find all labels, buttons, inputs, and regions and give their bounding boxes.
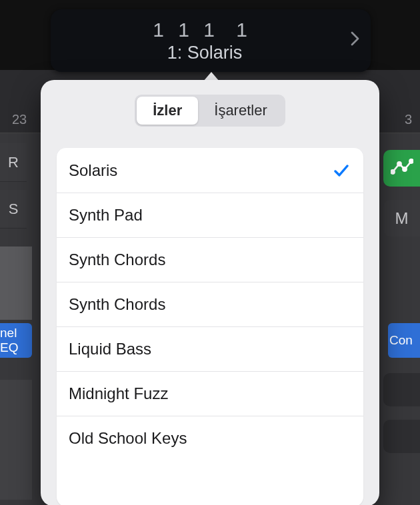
track-name: Liquid Bass bbox=[69, 340, 151, 358]
track-header[interactable] bbox=[0, 247, 32, 320]
track-name: Old School Keys bbox=[69, 429, 187, 448]
track-name: Synth Pad bbox=[69, 206, 143, 225]
lcd-display[interactable]: 1111 1: Solaris bbox=[51, 9, 371, 72]
svg-point-2 bbox=[403, 167, 406, 171]
track-picker-popover: İzler İşaretler Solaris Synth Pad Synth … bbox=[41, 80, 379, 505]
channel-eq-plugin[interactable]: nel EQ bbox=[0, 323, 32, 358]
track-name: Synth Chords bbox=[69, 251, 165, 269]
ruler-number-right: 3 bbox=[405, 112, 412, 127]
insert-slot[interactable] bbox=[383, 373, 420, 406]
list-item[interactable]: Synth Chords bbox=[57, 237, 363, 282]
list-item[interactable]: Synth Pad bbox=[57, 193, 363, 237]
record-enable-button[interactable]: R bbox=[0, 143, 27, 182]
ruler-number-left: 23 bbox=[12, 112, 27, 127]
compressor-plugin[interactable]: Con bbox=[388, 323, 420, 358]
list-item[interactable]: Midnight Fuzz bbox=[57, 371, 363, 416]
tab-tracks[interactable]: İzler bbox=[137, 97, 198, 125]
current-track-title: 1: Solaris bbox=[167, 43, 243, 63]
segmented-control: İzler İşaretler bbox=[135, 95, 285, 127]
track-list: Solaris Synth Pad Synth Chords Synth Cho… bbox=[57, 148, 363, 505]
solo-button[interactable]: S bbox=[0, 190, 27, 229]
playhead-position: 1111 bbox=[147, 19, 263, 41]
svg-point-1 bbox=[397, 162, 401, 165]
track-name: Solaris bbox=[69, 161, 117, 180]
list-item[interactable]: Solaris bbox=[57, 148, 363, 193]
list-item[interactable]: Old School Keys bbox=[57, 416, 363, 460]
track-name: Synth Chords bbox=[69, 295, 165, 314]
list-item[interactable]: Synth Chords bbox=[57, 282, 363, 326]
checkmark-icon bbox=[333, 162, 350, 179]
svg-point-3 bbox=[409, 159, 413, 163]
svg-point-0 bbox=[391, 170, 394, 173]
automation-button[interactable] bbox=[383, 150, 420, 187]
insert-slot[interactable] bbox=[383, 420, 420, 453]
track-lane bbox=[0, 380, 32, 500]
tab-markers[interactable]: İşaretler bbox=[198, 97, 283, 125]
automation-icon bbox=[391, 156, 413, 181]
chevron-right-icon bbox=[349, 30, 360, 51]
mute-button[interactable]: M bbox=[383, 200, 420, 237]
list-item[interactable]: Liquid Bass bbox=[57, 326, 363, 371]
track-name: Midnight Fuzz bbox=[69, 384, 168, 403]
lcd-next-button[interactable] bbox=[339, 30, 371, 51]
